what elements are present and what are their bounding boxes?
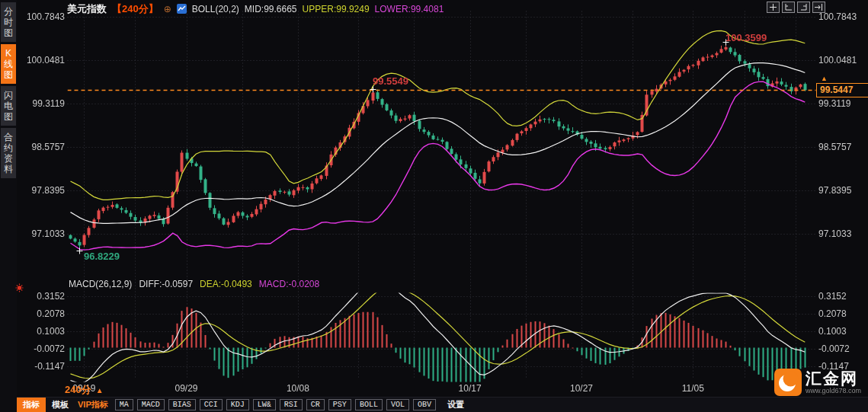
current-price-box: 99.5447	[816, 83, 868, 97]
site-logo[interactable]: 汇金网 www.gold678.com	[774, 369, 861, 396]
macd-axis-label: 0.3152	[818, 291, 867, 302]
price-axis-label: 97.8395	[818, 185, 867, 196]
sidebar-tab-分时图[interactable]: 分 时 图	[1, 2, 16, 42]
price-axis-label: 100.7843	[818, 11, 867, 22]
instrument-title: 美元指数	[67, 3, 107, 14]
indicator-button-VOL[interactable]: VOL	[386, 399, 409, 410]
date-label: 10/08	[280, 383, 316, 394]
macd-axis-label: -0.0072	[19, 343, 65, 354]
macd-axis-label: 0.3152	[19, 291, 65, 302]
tab-templates[interactable]: 模板	[49, 398, 72, 412]
macd-label: MACD(26,12,9)	[69, 279, 132, 289]
indicator-button-OBV[interactable]: OBV	[413, 399, 436, 410]
date-label: 10/27	[563, 383, 600, 394]
macd-diff-value: DIFF:-0.0597	[139, 279, 193, 289]
sidebar-tab-闪电图[interactable]: 闪 电 图	[1, 86, 16, 126]
chart-app: 分 时 图K 线 图闪 电 图合 约 资 料 美元指数【240分】⊕BOLL(2…	[0, 0, 868, 412]
date-label: 11/05	[674, 383, 711, 394]
indicator-button-LW&[interactable]: LW&	[253, 399, 276, 410]
chart-tool-icons	[767, 2, 825, 13]
axis-left-icon[interactable]	[782, 2, 795, 13]
boll-label: BOLL(20,2)	[192, 4, 239, 14]
sidebar-tab-合约资料[interactable]: 合 约 资 料	[1, 128, 16, 178]
price-axis-label: 100.7843	[19, 11, 65, 22]
period-dropdown-label: 240分	[65, 384, 91, 395]
tab-indicators[interactable]: 指标	[17, 398, 46, 412]
price-axis-label: 100.0481	[19, 55, 65, 65]
low-annotation: 96.8229	[84, 251, 120, 262]
indicator-button-CCI[interactable]: CCI	[200, 399, 223, 410]
settings-button[interactable]: 设置	[444, 398, 467, 412]
date-label: 10/17	[452, 383, 488, 394]
price-marker-arrow: ▲	[821, 75, 828, 82]
price-axis-label: 98.5757	[818, 142, 867, 152]
chart-type-icon[interactable]	[177, 4, 187, 16]
indicator-button-MA[interactable]: MA	[115, 399, 133, 410]
add-icon[interactable]: ⊕	[164, 4, 171, 14]
logo-crescent-icon	[774, 369, 802, 396]
indicator-buttons: MAMACDBIASCCIKDJLW&RSICRPSYBOLLVOLOBV	[114, 399, 437, 410]
period-selector[interactable]: 【240分】	[112, 3, 159, 14]
high-annotation-1: 99.5549	[373, 75, 408, 87]
period-dropdown[interactable]: 240分▲	[65, 383, 104, 397]
macd-axis-label: 0.1003	[19, 326, 65, 337]
macd-header: MACD(26,12,9)DIFF:-0.0597DEA:-0.0493MACD…	[69, 279, 326, 289]
boll-upper-value: UPPER:99.9249	[303, 4, 370, 14]
indicator-button-BOLL[interactable]: BOLL	[355, 399, 383, 410]
crosshair-icon[interactable]	[767, 2, 780, 13]
tab-vip-indicators[interactable]: VIP指标	[75, 398, 111, 412]
sidebar: 分 时 图K 线 图闪 电 图合 约 资 料	[0, 0, 17, 412]
indicator-button-PSY[interactable]: PSY	[328, 399, 351, 410]
price-axis-label: 98.5757	[19, 142, 65, 152]
macd-macd-value: MACD:-0.0208	[259, 279, 319, 289]
boll-mid-value: MID:99.6665	[245, 4, 297, 14]
chart-header: 美元指数【240分】⊕BOLL(20,2)MID:99.6665UPPER:99…	[67, 2, 449, 14]
sidebar-tab-K线图[interactable]: K 线 图	[1, 44, 16, 84]
indicator-button-MACD[interactable]: MACD	[137, 399, 165, 410]
price-axis-label: 97.1033	[818, 228, 867, 239]
indicator-button-KDJ[interactable]: KDJ	[226, 399, 249, 410]
axis-right-icon[interactable]	[797, 2, 810, 13]
triangle-up-icon: ▲	[96, 386, 104, 394]
date-label: 09/29	[168, 383, 205, 394]
indicator-toolbar: 指标 模板 VIP指标 MAMACDBIASCCIKDJLW&RSICRPSYB…	[17, 397, 868, 412]
price-axis-label: 100.0481	[818, 55, 867, 65]
macd-axis-label: 0.2078	[19, 308, 65, 319]
macd-axis-label: 0.1003	[818, 326, 867, 337]
price-axis-label: 97.1033	[19, 228, 65, 239]
indicator-button-CR[interactable]: CR	[306, 399, 325, 410]
shift-right-icon[interactable]	[812, 2, 825, 13]
macd-axis-label: -0.0072	[818, 343, 867, 354]
price-axis-label: 97.8395	[19, 185, 65, 196]
chart-canvas[interactable]	[0, 0, 868, 412]
macd-axis-label: -0.1147	[19, 361, 65, 372]
price-axis-label: 99.3119	[19, 98, 65, 109]
high-annotation-2: 100.3599	[725, 32, 767, 43]
price-axis-label: 99.3119	[818, 98, 867, 109]
macd-axis-label: 0.2078	[818, 308, 867, 319]
alert-icon[interactable]	[14, 281, 24, 296]
indicator-button-BIAS[interactable]: BIAS	[168, 399, 196, 410]
macd-dea-value: DEA:-0.0493	[200, 279, 252, 289]
logo-url: www.gold678.com	[806, 387, 861, 394]
logo-text: 汇金网	[806, 370, 861, 387]
boll-lower-value: LOWER:99.4081	[375, 4, 444, 14]
indicator-button-RSI[interactable]: RSI	[280, 399, 303, 410]
